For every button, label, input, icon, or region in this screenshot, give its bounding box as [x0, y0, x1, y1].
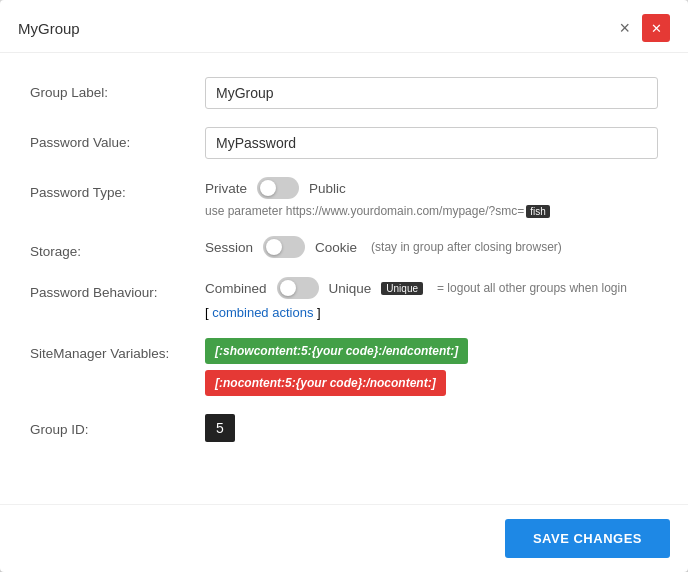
combined-actions-row: [ combined actions ] [205, 305, 658, 320]
password-value-row: Password Value: [30, 127, 658, 159]
cookie-hint: (stay in group after closing browser) [371, 240, 562, 254]
password-value-input[interactable] [205, 127, 658, 159]
password-behaviour-control: Combined Unique Unique = logout all othe… [205, 277, 658, 320]
behaviour-toggle[interactable] [277, 277, 319, 299]
storage-toggle-thumb [266, 239, 282, 255]
group-label-input-wrap [205, 77, 658, 109]
storage-control: Session Cookie (stay in group after clos… [205, 236, 658, 258]
header-actions: × ✕ [615, 14, 670, 42]
password-type-row: Password Type: Private Public use parame… [30, 177, 658, 218]
group-id-control: 5 [205, 414, 658, 442]
group-label-input[interactable] [205, 77, 658, 109]
sitemanager-control: [:showcontent:5:{your code}:/endcontent:… [205, 338, 658, 396]
group-label-row: Group Label: [30, 77, 658, 109]
session-label: Session [205, 240, 253, 255]
cookie-label: Cookie [315, 240, 357, 255]
save-changes-button[interactable]: SAVE CHANGES [505, 519, 670, 558]
sitemanager-label: SiteManager Variables: [30, 338, 205, 361]
sitemanager-row: SiteManager Variables: [:showcontent:5:{… [30, 338, 658, 396]
combined-actions-suffix: ] [313, 305, 320, 320]
password-type-hint: use parameter https://www.yourdomain.com… [205, 204, 658, 218]
private-label: Private [205, 181, 247, 196]
password-behaviour-label: Password Behaviour: [30, 277, 205, 300]
modal-header: MyGroup × ✕ [0, 0, 688, 53]
fish-badge: fish [526, 205, 550, 218]
trash-icon: ✕ [651, 21, 662, 36]
password-value-input-wrap [205, 127, 658, 159]
combined-label: Combined [205, 281, 267, 296]
unique-hint: = logout all other groups when login [437, 281, 627, 295]
close-button[interactable]: × [615, 17, 634, 39]
group-id-label: Group ID: [30, 414, 205, 437]
password-type-label: Password Type: [30, 177, 205, 200]
modal-container: MyGroup × ✕ Group Label: Password Value:… [0, 0, 688, 572]
password-type-toggle[interactable] [257, 177, 299, 199]
modal-body: Group Label: Password Value: Password Ty… [0, 53, 688, 504]
sitemanager-green-tag: [:showcontent:5:{your code}:/endcontent:… [205, 338, 468, 364]
delete-button[interactable]: ✕ [642, 14, 670, 42]
password-value-label: Password Value: [30, 127, 205, 150]
storage-label: Storage: [30, 236, 205, 259]
group-label-label: Group Label: [30, 77, 205, 100]
modal-footer: SAVE CHANGES [0, 504, 688, 572]
group-id-box: 5 [205, 414, 235, 442]
storage-row: Storage: Session Cookie (stay in group a… [30, 236, 658, 259]
unique-badge: Unique [381, 282, 423, 295]
public-label: Public [309, 181, 346, 196]
password-type-control: Private Public use parameter https://www… [205, 177, 658, 218]
modal-title: MyGroup [18, 20, 80, 37]
unique-label: Unique [329, 281, 372, 296]
password-behaviour-row: Password Behaviour: Combined Unique Uniq… [30, 277, 658, 320]
storage-toggle[interactable] [263, 236, 305, 258]
sitemanager-red-tag: [:nocontent:5:{your code}:/nocontent:] [205, 370, 446, 396]
behaviour-toggle-thumb [280, 280, 296, 296]
group-id-row: Group ID: 5 [30, 414, 658, 442]
combined-actions-link[interactable]: combined actions [212, 305, 313, 320]
toggle-thumb [260, 180, 276, 196]
